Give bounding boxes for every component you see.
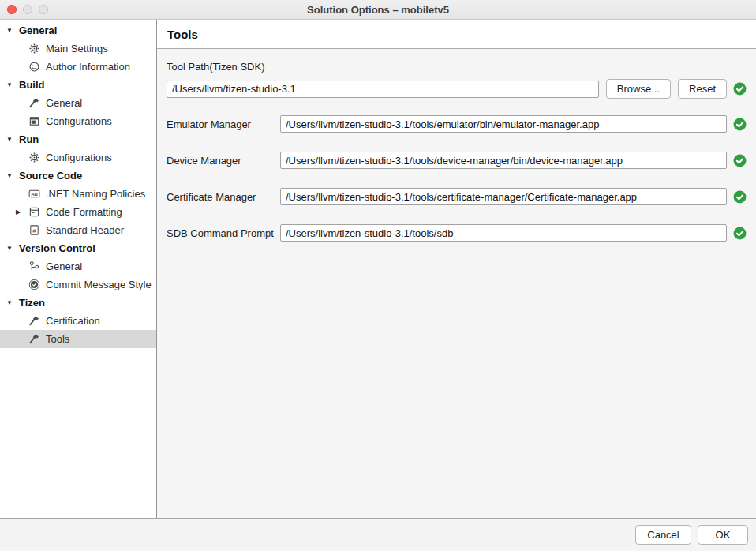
- tools-panel: Tool Path(Tizen SDK) Browse... Reset Emu…: [157, 49, 756, 518]
- hammer-icon: [28, 333, 40, 345]
- sidebar-section-build[interactable]: ▼ Build: [0, 76, 156, 94]
- sidebar-section-label: General: [19, 24, 57, 36]
- smiley-icon: [28, 61, 40, 73]
- sidebar-section-version-control[interactable]: ▼ Version Control: [0, 239, 156, 257]
- device-manager-input[interactable]: [280, 152, 727, 169]
- titlebar[interactable]: Solution Options – mobiletv5: [0, 0, 756, 20]
- sidebar-section-label: Run: [19, 133, 39, 145]
- options-tree-sidebar[interactable]: ▼ General Main Settings Author Informati…: [0, 20, 157, 518]
- ab-box-icon: [28, 188, 40, 200]
- emulator-manager-label: Emulator Manager: [167, 118, 280, 130]
- window-icon: [28, 115, 40, 127]
- tool-path-input[interactable]: [167, 81, 599, 98]
- sidebar-item-run-configurations[interactable]: Configurations: [0, 148, 156, 167]
- sidebar-item-main-settings[interactable]: Main Settings: [0, 39, 156, 58]
- sidebar-item-label: General: [46, 97, 82, 109]
- chevron-down-icon[interactable]: ▼: [6, 246, 13, 252]
- minimize-window-icon: [23, 5, 32, 14]
- branch-icon: [28, 261, 40, 272]
- sidebar-section-run[interactable]: ▼ Run: [0, 130, 156, 148]
- chevron-down-icon[interactable]: ▼: [6, 173, 13, 179]
- sdb-command-prompt-label: SDB Command Prompt: [167, 227, 280, 239]
- sidebar-item-build-configurations[interactable]: Configurations: [0, 112, 156, 130]
- reset-button[interactable]: Reset: [678, 79, 727, 99]
- sidebar-item-label: Standard Header: [46, 224, 124, 236]
- sidebar-item-author-information[interactable]: Author Information: [0, 58, 156, 76]
- sidebar-item-version-control-general[interactable]: General: [0, 257, 156, 276]
- cancel-button[interactable]: Cancel: [635, 525, 691, 545]
- hammer-icon: [28, 315, 40, 327]
- sidebar-item-build-general[interactable]: General: [0, 94, 156, 112]
- gear-icon: [28, 152, 40, 163]
- ok-button[interactable]: OK: [698, 525, 748, 545]
- chevron-down-icon[interactable]: ▼: [6, 82, 13, 88]
- sidebar-item-net-naming-policies[interactable]: .NET Naming Policies: [0, 185, 156, 203]
- ok-check-icon: [733, 190, 747, 204]
- ok-check-icon: [733, 82, 747, 96]
- browse-button[interactable]: Browse...: [606, 79, 671, 99]
- sidebar-item-label: Code Formatting: [46, 206, 122, 218]
- sidebar-section-label: Source Code: [19, 170, 82, 182]
- ok-check-icon: [733, 118, 747, 131]
- zoom-window-icon: [39, 5, 48, 14]
- solution-options-window: Solution Options – mobiletv5 ▼ General M…: [0, 0, 756, 551]
- sidebar-item-label: General: [46, 261, 82, 272]
- hammer-icon: [28, 97, 40, 109]
- sidebar-section-general[interactable]: ▼ General: [0, 21, 156, 39]
- sidebar-item-code-formatting[interactable]: ▶ Code Formatting: [0, 203, 156, 221]
- sidebar-item-label: Commit Message Style: [46, 279, 152, 290]
- sidebar-item-label: Configurations: [46, 152, 112, 163]
- tool-path-label: Tool Path(Tizen SDK): [167, 61, 747, 73]
- chevron-right-icon[interactable]: ▶: [16, 209, 21, 216]
- sidebar-section-label: Version Control: [19, 242, 95, 254]
- panel-title: Tools: [157, 20, 756, 49]
- sidebar-item-commit-message-style[interactable]: Commit Message Style: [0, 276, 156, 294]
- sidebar-item-standard-header[interactable]: Standard Header: [0, 221, 156, 239]
- close-window-icon[interactable]: [7, 5, 17, 14]
- sidebar-section-tizen[interactable]: ▼ Tizen: [0, 294, 156, 312]
- sidebar-item-label: Author Information: [46, 61, 130, 73]
- sidebar-item-certification[interactable]: Certification: [0, 312, 156, 330]
- sidebar-item-tools[interactable]: Tools: [0, 330, 156, 348]
- traffic-lights: [7, 5, 48, 14]
- device-manager-row: Device Manager: [167, 152, 747, 169]
- certificate-manager-row: Certificate Manager: [167, 188, 747, 205]
- sdb-command-prompt-input[interactable]: [280, 224, 727, 242]
- document-icon: [28, 206, 40, 218]
- emulator-manager-input[interactable]: [280, 115, 727, 133]
- sidebar-item-label: Configurations: [46, 115, 112, 127]
- emulator-manager-row: Emulator Manager: [167, 115, 747, 133]
- sidebar-item-label: Certification: [46, 315, 100, 327]
- gear-icon: [28, 43, 40, 54]
- sidebar-section-label: Build: [19, 79, 45, 91]
- window-title: Solution Options – mobiletv5: [307, 4, 449, 16]
- certificate-manager-label: Certificate Manager: [167, 191, 280, 203]
- ok-check-icon: [733, 154, 747, 167]
- ok-check-icon: [733, 227, 747, 240]
- sidebar-item-label: .NET Naming Policies: [46, 188, 145, 200]
- sidebar-item-label: Main Settings: [46, 43, 108, 54]
- hash-page-icon: [28, 224, 40, 236]
- chevron-down-icon[interactable]: ▼: [6, 300, 13, 306]
- dialog-footer: Cancel OK: [0, 518, 756, 551]
- sidebar-section-source-code[interactable]: ▼ Source Code: [0, 167, 156, 185]
- sidebar-section-label: Tizen: [19, 297, 45, 309]
- check-circle-icon: [28, 279, 40, 290]
- sdb-command-prompt-row: SDB Command Prompt: [167, 224, 747, 242]
- certificate-manager-input[interactable]: [280, 188, 727, 205]
- device-manager-label: Device Manager: [167, 155, 280, 167]
- chevron-down-icon[interactable]: ▼: [6, 137, 13, 143]
- chevron-down-icon[interactable]: ▼: [6, 28, 13, 34]
- sidebar-item-label: Tools: [46, 333, 69, 345]
